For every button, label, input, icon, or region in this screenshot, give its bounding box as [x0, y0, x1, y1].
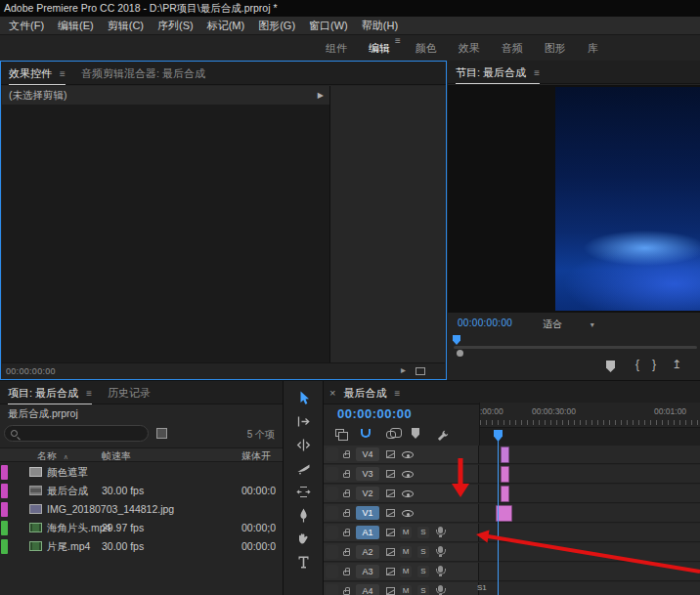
solo-button[interactable]: S [417, 585, 429, 595]
tab-audio-clip-mixer[interactable]: 音频剪辑混合器: 最后合成 [81, 62, 205, 85]
program-playhead[interactable] [453, 335, 460, 345]
track-target-button[interactable]: A3 [356, 565, 379, 578]
label-color-swatch[interactable] [1, 521, 8, 535]
track-lock-icon[interactable] [343, 473, 350, 478]
track-target-button[interactable]: A2 [356, 545, 379, 559]
sync-lock-icon[interactable] [386, 568, 395, 575]
source-patch-button[interactable] [326, 447, 338, 461]
workspace-tab-libraries[interactable]: 库 [577, 35, 609, 61]
mute-button[interactable]: M [400, 546, 412, 558]
mark-out-icon[interactable]: } [652, 358, 656, 371]
project-item-row[interactable]: IMG_20180703_144812.jpg [0, 500, 283, 519]
tab-program-monitor[interactable]: 节目: 最后合成 ≡ [456, 61, 540, 84]
mute-button[interactable]: M [400, 527, 412, 538]
tab-sequence[interactable]: 最后合成 ≡ [343, 381, 400, 404]
menu-graphics[interactable]: 图形(G) [251, 19, 302, 33]
add-marker-icon[interactable] [412, 428, 419, 439]
track-lane-v2[interactable] [479, 485, 700, 503]
mute-button[interactable]: M [400, 585, 412, 595]
panel-menu-icon[interactable]: ≡ [395, 388, 401, 399]
sync-lock-icon[interactable] [386, 529, 395, 536]
type-tool[interactable] [291, 555, 315, 570]
source-patch-button[interactable] [326, 584, 338, 595]
track-lane-a3[interactable] [479, 563, 700, 581]
project-item-row[interactable]: 最后合成30.00 fps00:00:0 [0, 482, 283, 500]
source-patch-button[interactable] [326, 467, 338, 481]
program-scrubber[interactable] [454, 346, 697, 349]
source-patch-button[interactable] [326, 565, 338, 578]
menu-markers[interactable]: 标记(M) [200, 19, 252, 33]
mute-button[interactable]: M [400, 566, 412, 577]
toggle-track-output-icon[interactable] [402, 510, 414, 517]
slip-tool[interactable] [291, 485, 315, 499]
track-target-button[interactable]: V3 [356, 467, 379, 481]
timeline-clip-v2[interactable] [501, 486, 509, 502]
sync-lock-icon[interactable] [386, 450, 395, 458]
track-lock-icon[interactable] [343, 453, 350, 458]
source-patch-button[interactable] [326, 487, 338, 500]
sync-lock-icon[interactable] [386, 509, 395, 517]
column-frame-rate[interactable]: 帧速率 [102, 449, 131, 463]
track-lock-icon[interactable] [343, 492, 350, 497]
toggle-track-output-icon[interactable] [402, 471, 414, 478]
menu-sequence[interactable]: 序列(S) [151, 19, 200, 33]
track-lane-a4[interactable] [479, 582, 700, 595]
time-ruler[interactable]: :00:0000:00:30:0000:01:00 [479, 403, 700, 428]
timeline-clip-v4[interactable] [501, 446, 509, 463]
sync-lock-icon[interactable] [386, 587, 395, 595]
menu-help[interactable]: 帮助(H) [355, 19, 405, 33]
track-lock-icon[interactable] [343, 512, 350, 517]
column-media-start[interactable]: 媒体开 [241, 449, 271, 463]
work-area-bar[interactable] [479, 428, 700, 446]
linked-selection-icon[interactable] [386, 431, 396, 439]
menu-edit[interactable]: 编辑(E) [51, 19, 101, 33]
sync-lock-icon[interactable] [386, 470, 395, 478]
sync-lock-icon[interactable] [386, 489, 395, 497]
label-color-swatch[interactable] [1, 484, 8, 498]
voice-over-record-icon[interactable] [438, 585, 443, 592]
workspace-tab-effects[interactable]: 效果 [448, 35, 491, 61]
voice-over-record-icon[interactable] [438, 566, 443, 573]
label-color-swatch[interactable] [1, 502, 8, 517]
track-lane-v4[interactable] [479, 446, 700, 464]
track-target-button[interactable]: A1 [356, 526, 379, 539]
add-marker-icon[interactable] [606, 361, 615, 372]
playhead-line[interactable] [498, 432, 499, 595]
pen-tool[interactable] [291, 508, 315, 523]
menu-clip[interactable]: 剪辑(C) [101, 19, 151, 33]
track-lock-icon[interactable] [343, 531, 350, 536]
label-color-swatch[interactable] [1, 539, 8, 554]
source-patch-button[interactable] [326, 526, 338, 539]
toggle-track-output-icon[interactable] [402, 490, 414, 497]
export-frame-icon[interactable] [416, 367, 425, 375]
track-target-button[interactable]: V4 [356, 447, 379, 461]
track-lane-a1[interactable] [479, 524, 700, 542]
workspace-tab-graphics[interactable]: 图形 [534, 35, 577, 61]
sync-lock-icon[interactable] [386, 548, 395, 556]
selection-tool[interactable] [291, 391, 315, 405]
solo-button[interactable]: S [417, 527, 429, 538]
project-item-row[interactable]: 海角片头.mp429.97 fps00:00;0 [0, 519, 283, 537]
filter-bin-icon[interactable] [156, 428, 167, 439]
track-target-button[interactable]: V2 [356, 487, 379, 500]
razor-tool[interactable] [291, 461, 315, 476]
menu-file[interactable]: 文件(F) [2, 19, 51, 33]
snap-magnet-icon[interactable] [361, 429, 371, 438]
workspace-tab-audio[interactable]: 音频 [491, 35, 534, 61]
mark-in-icon[interactable]: { [635, 358, 639, 371]
track-select-forward-tool[interactable] [291, 414, 315, 429]
solo-button[interactable]: S [417, 566, 429, 577]
timeline-clip-v3[interactable] [501, 466, 509, 483]
panel-menu-icon[interactable]: ≡ [60, 68, 66, 79]
nest-insert-icon[interactable] [335, 429, 344, 437]
voice-over-record-icon[interactable] [438, 527, 443, 533]
workspace-menu-icon[interactable]: ≡ [395, 35, 401, 61]
chevron-right-icon[interactable]: ▶ [318, 86, 324, 105]
panel-menu-icon[interactable]: ≡ [86, 388, 92, 399]
timeline-settings-wrench-icon[interactable] [437, 428, 449, 440]
ripple-edit-tool[interactable] [291, 438, 315, 452]
track-lane-v3[interactable] [479, 465, 700, 484]
tab-history[interactable]: 历史记录 [108, 381, 151, 404]
voice-over-record-icon[interactable] [438, 546, 443, 553]
track-target-button[interactable]: V1 [356, 506, 379, 520]
